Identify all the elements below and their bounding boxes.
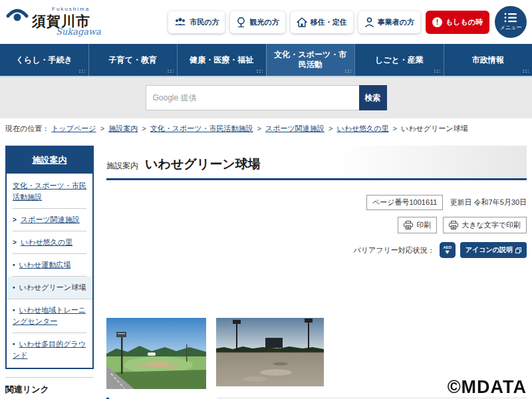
citizens-icon xyxy=(174,17,186,27)
search-button[interactable]: 検索 xyxy=(359,85,387,110)
emergency-button[interactable]: ! もしもの時 xyxy=(426,11,489,34)
page-title-block: 施設案内 いわせグリーン球場 xyxy=(106,146,527,180)
breadcrumb-prefix: 現在の位置： xyxy=(5,124,49,132)
nav-item-health-welfare[interactable]: 健康・医療・福祉 xyxy=(177,44,266,76)
print-actions-row: 印刷 大きな文字で印刷 xyxy=(106,217,527,233)
menu-label: メニュー xyxy=(500,24,522,31)
printer-icon xyxy=(449,221,458,229)
updated-date: 更新日 令和7年5月30日 xyxy=(450,198,527,207)
breadcrumb-separator: > xyxy=(100,124,104,132)
content-area: 施設案内 文化・スポーツ・市民活動施設 > スポーツ関連施設 > いわせ悠久の里… xyxy=(0,138,532,399)
nav-item-city-government[interactable]: 市政情報 xyxy=(444,44,532,76)
bullet-icon: • xyxy=(13,284,15,291)
sidebar-item-iwase-multipurpose-ground: • いわせ多目的グラウンド xyxy=(13,333,86,366)
site-logo-text: Fukushima 須賀川市 Sukagawa xyxy=(32,4,109,40)
business-person-icon xyxy=(364,17,374,27)
breadcrumb-separator: > xyxy=(329,124,332,132)
aed-icon: AED ♥ xyxy=(440,242,456,258)
chevron-right-icon: > xyxy=(13,216,17,223)
breadcrumb-link-iwase-yukyu[interactable]: いわせ悠久の里 xyxy=(336,124,388,132)
breadcrumb-separator: > xyxy=(142,124,146,132)
sidebar-item-culture-sports-facilities: 文化・スポーツ・市民活動施設 xyxy=(13,175,86,209)
link-relocation[interactable]: 移住・定住 xyxy=(291,11,353,33)
related-links-title: 関連リンク xyxy=(5,378,94,399)
logo-prefecture-text: Fukushima xyxy=(52,6,90,12)
sidebar-item-iwase-green-stadium[interactable]: • いわせグリーン球場 xyxy=(7,277,92,299)
link-citizens[interactable]: 市民の方 xyxy=(168,11,225,33)
main-navigation: くらし・手続き 子育て・教育 健康・医療・福祉 文化・スポーツ・市民活動 しごと… xyxy=(0,44,532,77)
watermark: ©MDATA xyxy=(448,377,527,398)
breadcrumb-link-facilities[interactable]: 施設案内 xyxy=(108,124,138,132)
menu-list-icon xyxy=(504,13,517,23)
sidebar-item-iwase-training-center: • いわせ地域トレーニングセンター xyxy=(13,299,86,333)
bullet-icon: • xyxy=(13,307,15,314)
heart-icon: ♥ xyxy=(446,249,450,255)
facility-menu-box: 施設案内 文化・スポーツ・市民活動施設 > スポーツ関連施設 > いわせ悠久の里… xyxy=(5,146,94,369)
link-business[interactable]: 事業者の方 xyxy=(358,11,420,33)
breadcrumb: 現在の位置： トップページ > 施設案内 > 文化・スポーツ・市民活動施設 > … xyxy=(0,118,532,138)
sidebar-item-sports-facilities: > スポーツ関連施設 xyxy=(13,209,86,231)
page: Fukushima 須賀川市 Sukagawa 市民の方 xyxy=(0,0,532,399)
barrier-free-label: バリアフリー対応状況： xyxy=(354,245,435,255)
breadcrumb-link-sports-facilities[interactable]: スポーツ関連施設 xyxy=(265,124,325,132)
alert-icon: ! xyxy=(432,17,442,27)
breadcrumb-link-home[interactable]: トップページ xyxy=(51,124,96,132)
quick-link-label: 観光の方 xyxy=(249,17,279,27)
sidebar-menu: 文化・スポーツ・市民活動施設 > スポーツ関連施設 > いわせ悠久の里 • いわ… xyxy=(7,174,92,368)
main-content: 施設案内 いわせグリーン球場 ページ番号1001611 更新日 令和7年5月30… xyxy=(106,146,527,399)
nav-item-work-industry[interactable]: しごと・産業 xyxy=(354,44,444,76)
nav-item-childcare-education[interactable]: 子育て・教育 xyxy=(88,44,178,76)
breadcrumb-separator: > xyxy=(257,124,261,132)
breadcrumb-link-culture-sports-facilities[interactable]: 文化・スポーツ・市民活動施設 xyxy=(150,124,253,132)
sidebar-title-link[interactable]: 施設案内 xyxy=(7,147,92,174)
site-header: Fukushima 須賀川市 Sukagawa 市民の方 xyxy=(0,0,532,44)
print-large-text-button[interactable]: 大きな文字で印刷 xyxy=(443,217,527,233)
ground-field-photo xyxy=(216,318,324,386)
bullet-icon: • xyxy=(13,261,15,269)
link-tourists[interactable]: 観光の方 xyxy=(230,11,285,33)
bullet-icon: • xyxy=(13,340,15,348)
search-input[interactable] xyxy=(146,85,359,110)
breadcrumb-separator: > xyxy=(393,124,397,132)
page-title: いわせグリーン球場 xyxy=(145,156,261,173)
sidebar: 施設案内 文化・スポーツ・市民活動施設 > スポーツ関連施設 > いわせ悠久の里… xyxy=(5,146,94,399)
printer-icon xyxy=(404,221,413,229)
quick-link-label: 市民の方 xyxy=(190,17,219,27)
search-band: 検索 xyxy=(0,77,532,118)
page-meta-row: ページ番号1001611 更新日 令和7年5月30日 xyxy=(106,195,527,210)
barrier-free-row: バリアフリー対応状況： AED ♥ アイコンの説明 xyxy=(106,242,527,258)
quick-link-label: 移住・定住 xyxy=(311,17,347,27)
page-number: ページ番号1001611 xyxy=(366,195,444,210)
related-links-section: 関連リンク xyxy=(5,377,94,399)
quick-link-label: 事業者の方 xyxy=(378,17,414,27)
tree-icon xyxy=(236,17,246,27)
menu-button[interactable]: メニュー xyxy=(495,6,527,38)
emergency-label: もしもの時 xyxy=(446,17,483,27)
nav-item-culture-sports[interactable]: 文化・スポーツ・市民活動 xyxy=(266,44,355,76)
breadcrumb-current: いわせグリーン球場 xyxy=(401,124,468,132)
print-button[interactable]: 印刷 xyxy=(398,217,437,233)
city-emblem-icon xyxy=(5,4,29,27)
sidebar-item-iwase-yukyu: > いわせ悠久の里 xyxy=(13,231,86,254)
page-category-label: 施設案内 xyxy=(106,160,138,172)
new-window-icon xyxy=(515,247,521,253)
icon-help-button[interactable]: アイコンの説明 xyxy=(460,242,527,258)
sidebar-item-iwase-undo-hiroba: • いわせ運動広場 xyxy=(13,254,86,277)
logo-romaji-text: Sukagawa xyxy=(56,27,101,37)
nav-item-life-procedures[interactable]: くらし・手続き xyxy=(0,44,88,76)
stadium-overview-photo xyxy=(106,318,206,389)
house-icon xyxy=(297,17,307,27)
site-logo-link[interactable]: Fukushima 須賀川市 Sukagawa xyxy=(5,4,109,40)
audience-quick-links: 市民の方 観光の方 移住・定住 xyxy=(168,6,527,38)
chevron-right-icon: > xyxy=(13,239,17,246)
